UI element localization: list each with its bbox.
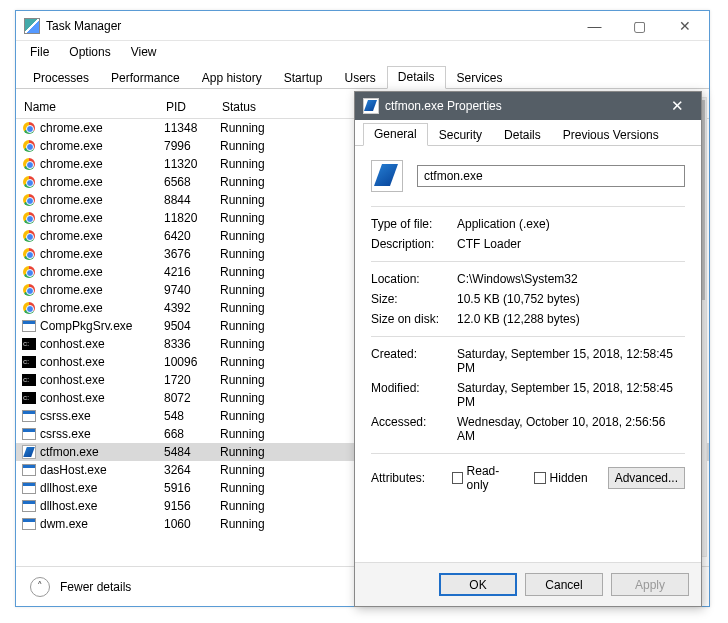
menu-options[interactable]: Options [61,43,118,61]
exe-icon [22,463,36,477]
process-pid: 6420 [164,229,220,243]
process-status: Running [220,481,315,495]
value-accessed: Wednesday, October 10, 2018, 2:56:56 AM [457,415,685,443]
process-status: Running [220,319,315,333]
console-icon: c: [22,337,36,351]
process-pid: 5484 [164,445,220,459]
ok-button[interactable]: OK [439,573,517,596]
process-pid: 5916 [164,481,220,495]
chrome-icon [22,139,36,153]
process-pid: 8336 [164,337,220,351]
process-pid: 7996 [164,139,220,153]
process-name: csrss.exe [40,409,91,423]
process-pid: 11820 [164,211,220,225]
tab-general[interactable]: General [363,123,428,146]
process-name: dllhost.exe [40,499,97,513]
process-status: Running [220,139,315,153]
process-status: Running [220,517,315,531]
tab-users[interactable]: Users [333,67,386,89]
col-status[interactable]: Status [220,100,315,114]
chevron-up-icon[interactable]: ˄ [30,577,50,597]
fewer-details-link[interactable]: Fewer details [60,580,131,594]
process-pid: 3264 [164,463,220,477]
advanced-button[interactable]: Advanced... [608,467,685,489]
process-name: chrome.exe [40,211,103,225]
window-title: Task Manager [46,19,572,33]
process-pid: 8072 [164,391,220,405]
process-pid: 11348 [164,121,220,135]
exe-icon [22,499,36,513]
process-status: Running [220,373,315,387]
tab-app-history[interactable]: App history [191,67,273,89]
readonly-label: Read-only [467,464,514,492]
process-name: dasHost.exe [40,463,107,477]
value-description: CTF Loader [457,237,685,251]
menu-file[interactable]: File [22,43,57,61]
process-pid: 4392 [164,301,220,315]
value-modified: Saturday, September 15, 2018, 12:58:45 P… [457,381,685,409]
process-status: Running [220,175,315,189]
label-size: Size: [371,292,457,306]
tab-details[interactable]: Details [387,66,446,89]
tab-processes[interactable]: Processes [22,67,100,89]
titlebar[interactable]: Task Manager — ▢ ✕ [16,11,709,41]
process-status: Running [220,211,315,225]
maximize-button[interactable]: ▢ [617,12,662,40]
properties-title: ctfmon.exe Properties [385,99,657,113]
tab-security[interactable]: Security [428,124,493,146]
process-pid: 9156 [164,499,220,513]
value-size: 10.5 KB (10,752 bytes) [457,292,685,306]
process-status: Running [220,247,315,261]
tab-details-props[interactable]: Details [493,124,552,146]
checkbox-readonly[interactable]: Read-only [452,464,514,492]
process-name: chrome.exe [40,229,103,243]
menu-view[interactable]: View [123,43,165,61]
process-pid: 1720 [164,373,220,387]
process-name: chrome.exe [40,193,103,207]
process-pid: 3676 [164,247,220,261]
process-name: conhost.exe [40,337,105,351]
console-icon: c: [22,373,36,387]
tab-strip: Processes Performance App history Startu… [16,63,709,89]
process-status: Running [220,445,315,459]
process-name: chrome.exe [40,157,103,171]
process-name: conhost.exe [40,355,105,369]
col-pid[interactable]: PID [164,100,220,114]
properties-close-button[interactable]: ✕ [657,97,697,115]
tab-performance[interactable]: Performance [100,67,191,89]
process-name: chrome.exe [40,139,103,153]
exe-icon [22,481,36,495]
tab-previous-versions[interactable]: Previous Versions [552,124,670,146]
menubar: File Options View [16,41,709,63]
process-name: dllhost.exe [40,481,97,495]
process-pid: 1060 [164,517,220,531]
minimize-button[interactable]: — [572,12,617,40]
filename-input[interactable] [417,165,685,187]
process-status: Running [220,499,315,513]
process-status: Running [220,355,315,369]
exe-icon [22,409,36,423]
chrome-icon [22,211,36,225]
process-status: Running [220,157,315,171]
process-status: Running [220,337,315,351]
chrome-icon [22,175,36,189]
process-name: chrome.exe [40,175,103,189]
process-name: dwm.exe [40,517,88,531]
tab-services[interactable]: Services [446,67,514,89]
process-status: Running [220,391,315,405]
value-location: C:\Windows\System32 [457,272,685,286]
properties-titlebar[interactable]: ctfmon.exe Properties ✕ [355,92,701,120]
col-name[interactable]: Name [22,100,164,114]
process-pid: 4216 [164,265,220,279]
checkbox-hidden[interactable]: Hidden [534,471,588,485]
tab-startup[interactable]: Startup [273,67,334,89]
cancel-button[interactable]: Cancel [525,573,603,596]
console-icon: c: [22,391,36,405]
process-status: Running [220,265,315,279]
chrome-icon [22,121,36,135]
process-name: conhost.exe [40,391,105,405]
process-pid: 9504 [164,319,220,333]
apply-button[interactable]: Apply [611,573,689,596]
ctfmon-icon [363,98,379,114]
close-button[interactable]: ✕ [662,12,707,40]
